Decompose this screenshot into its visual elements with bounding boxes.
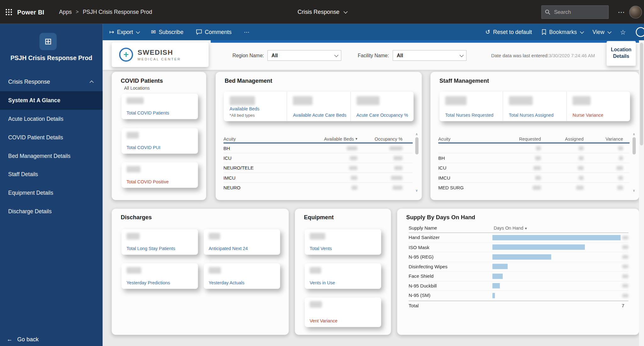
bed-table-scrollbar[interactable]: ∧ ∨ [414, 132, 419, 193]
comments-button[interactable]: Comments [196, 29, 231, 35]
chevron-down-icon [607, 30, 611, 34]
supply-bar [492, 235, 620, 240]
table-row: BH [224, 143, 413, 153]
toolbar-more-icon[interactable]: ⋯ [244, 29, 250, 35]
scrollbar-thumb[interactable] [415, 137, 418, 154]
view-button[interactable]: View [592, 29, 610, 35]
staff-table-scrollbar[interactable]: ∧ ∨ [632, 132, 636, 193]
card-title: Bed Management [225, 77, 272, 84]
refresh-clipped-icon[interactable] [636, 27, 644, 37]
kpi-tile-vent-variance: Vent Variance [305, 298, 381, 327]
column-header-acuity[interactable]: Acuity [224, 137, 293, 142]
scroll-up-icon[interactable]: ∧ [415, 132, 418, 136]
subscribe-button[interactable]: ✉ Subscribe [151, 29, 183, 35]
bookmarks-button[interactable]: Bookmarks [542, 29, 583, 35]
sidebar-item-staff-details[interactable]: Staff Details [0, 165, 103, 184]
scroll-down-icon[interactable]: ∨ [415, 189, 418, 193]
kpi-tile-vents-in-use: Vents in Use [305, 263, 381, 289]
tile-label: Vents in Use [310, 280, 378, 286]
redacted-value [445, 96, 467, 105]
column-header-supply-name[interactable]: Supply Name [409, 226, 494, 231]
sidebar-item-discharge-details[interactable]: Discharge Details [0, 202, 103, 221]
column-header-occupancy[interactable]: Occupancy % [361, 137, 407, 142]
app-logo-icon: ⊞ [39, 33, 57, 50]
favorite-star-icon[interactable]: ☆ [620, 28, 626, 36]
region-filter-value: All [271, 53, 278, 58]
breadcrumb-apps[interactable]: Apps [59, 9, 72, 15]
redacted-value [230, 96, 255, 105]
breadcrumb-current[interactable]: PSJH Crisis Response Prod [83, 9, 152, 15]
canvas-accent-bar [211, 40, 639, 43]
chevron-down-icon [136, 30, 140, 34]
facility-filter-dropdown[interactable]: All [393, 50, 467, 61]
ellipsis-icon: ⋯ [244, 29, 250, 35]
scrollbar-thumb[interactable] [640, 43, 643, 146]
sidebar-item-equipment-details[interactable]: Equipment Details [0, 184, 103, 202]
card-title: Discharges [121, 214, 152, 220]
sidebar-item-bed-management-details[interactable]: Bed Management Details [0, 147, 103, 165]
back-arrow-icon: ← [7, 336, 12, 343]
card-subtitle: All Locations [124, 86, 149, 91]
chevron-down-icon [580, 30, 584, 34]
scroll-down-icon[interactable]: ∨ [633, 189, 635, 193]
kpi-total-nurses-assigned: Total Nurses Assigned [503, 92, 567, 121]
column-header-variance[interactable]: Variance [588, 137, 627, 142]
bookmarks-label: Bookmarks [549, 29, 577, 35]
redacted-value [126, 166, 140, 173]
report-switcher[interactable]: Crisis Response [297, 8, 346, 15]
supply-bar [492, 293, 495, 298]
page-scrollbar[interactable] [639, 40, 644, 346]
section-label: Crisis Response [8, 78, 50, 85]
column-header-available-beds[interactable]: Available Beds▾ [293, 137, 362, 142]
search-input[interactable] [553, 8, 596, 15]
app-title: PSJH Crisis Response Prod [0, 54, 103, 61]
go-back-button[interactable]: ← Go back [7, 336, 39, 343]
envelope-icon: ✉ [151, 29, 156, 35]
table-row: IMCU [224, 173, 413, 183]
waffle-menu-icon[interactable] [0, 0, 17, 24]
supply-row: Face Shield [409, 271, 629, 281]
kpi-label: Nurse Variance [573, 112, 628, 118]
top-more-options-icon[interactable]: ⋯ [618, 0, 625, 24]
redacted-value [573, 96, 591, 105]
staff-kpi-strip: Total Nurses Requested Total Nurses Assi… [440, 92, 630, 121]
sort-descending-icon: ▾ [355, 137, 357, 141]
redacted-value [622, 294, 628, 298]
sidebar-item-acute-location-details[interactable]: Acute Location Details [0, 110, 103, 128]
nav-label: Bed Management Details [8, 153, 70, 159]
supply-table: Supply Name Days On Hand▾ Hand Sanitizer… [409, 224, 629, 310]
card-title: Supply By Days On Hand [406, 214, 475, 220]
location-details-button[interactable]: Location Details [607, 41, 636, 66]
supply-days-on-hand-card: Supply By Days On Hand Supply Name Days … [397, 209, 639, 335]
reset-to-default-button[interactable]: ↺ Reset to default [486, 29, 532, 35]
kpi-total-nurses-requested: Total Nurses Requested [440, 92, 503, 121]
table-row: BH [438, 153, 630, 163]
column-header-assigned[interactable]: Assigned [545, 137, 588, 142]
covid-patients-card: COVID Patients All Locations Total COVID… [112, 72, 206, 200]
redacted-value [622, 284, 628, 288]
region-filter-dropdown[interactable]: All [267, 50, 341, 61]
avatar[interactable] [629, 6, 642, 18]
sidebar-item-system-at-a-glance[interactable]: System At A Glance [0, 91, 103, 110]
tile-label: Total COVID Positive [126, 179, 195, 185]
supply-bar [492, 244, 585, 250]
sidebar-item-covid-patient-details[interactable]: COVID Patient Details [0, 128, 103, 147]
top-bar: Power BI Apps > PSJH Crisis Response Pro… [0, 0, 644, 24]
export-button[interactable]: ↦ Export [109, 29, 139, 35]
table-row: IMCU [438, 173, 630, 183]
column-header-requested[interactable]: Requested [502, 137, 545, 142]
scroll-up-icon[interactable]: ∧ [633, 132, 635, 136]
scrollbar-thumb[interactable] [632, 137, 636, 154]
column-header-acuity[interactable]: Acuity [438, 137, 502, 142]
kpi-tile-total-covid-positive: Total COVID Positive [122, 162, 198, 188]
date-entered-label: Date data was last entered: [491, 53, 549, 58]
search-box[interactable] [541, 5, 608, 19]
table-row: ICU [224, 153, 413, 163]
redacted-value [622, 265, 628, 268]
kpi-available-acute-care-beds: Available Acute Care Beds [287, 92, 351, 121]
toolbar-right-group: ↺ Reset to default Bookmarks View ☆ [486, 27, 640, 37]
sidebar-section-crisis-response[interactable]: Crisis Response [0, 75, 103, 88]
column-header-days-on-hand[interactable]: Days On Hand▾ [494, 226, 527, 231]
kpi-label: Acute Care Occupancy % [356, 112, 411, 118]
redacted-value [356, 96, 379, 105]
